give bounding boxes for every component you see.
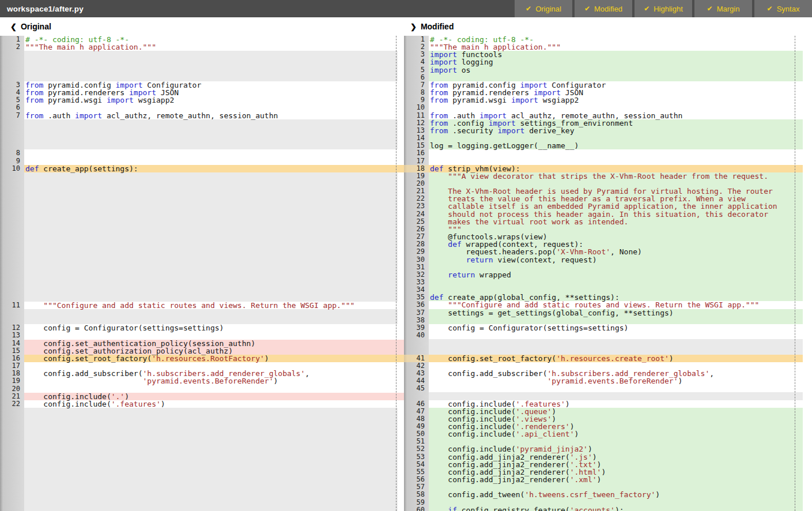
code-token: ) [574,430,579,438]
line-number: 47 [404,408,429,415]
code-line: settings = get_settings(global_config, *… [429,309,803,317]
code-line: config.add_tween('h.tweens.csrf_tween_fa… [429,491,803,498]
code-token [25,377,143,385]
code-token: wrapped [475,270,511,279]
code-token [430,506,448,511]
line-number: 38 [404,317,429,324]
check-icon: ✔ [584,5,590,13]
line-number: 7 [404,81,429,89]
gutter-gap [0,309,24,324]
code-token: ) [265,354,269,363]
line-number: 41 [404,355,429,362]
code-token: '.features' [111,400,161,408]
modified-pane-label: Modified [421,22,454,31]
line-number: 19 [404,172,429,180]
code-token: '.xml' [570,475,597,484]
code-line: log = logging.getLogger(__name__) [429,142,803,149]
modified-code-pane[interactable]: # -*- coding: utf-8 -*-"""The main h app… [429,36,803,511]
line-number: 2 [0,43,24,51]
code-token: .security [448,126,497,135]
gap-filler [24,309,398,324]
code-token: config.set_root_factory( [25,354,152,363]
code-token: .auth [43,111,75,120]
line-number: 4 [404,58,429,66]
code-token: from [430,126,448,135]
toolbar-button-highlight[interactable]: ✔Highlight [635,0,692,17]
chevron-left-icon: ❮ [10,22,17,31]
toolbar-button-modified[interactable]: ✔Modified [575,0,632,17]
code-line: 'pyramid.events.BeforeRender') [429,377,803,385]
line-number: 16 [404,149,429,157]
code-token: ) [161,400,165,408]
line-number: 4 [0,89,24,96]
code-token: ) [273,377,278,385]
line-number: 8 [404,89,429,96]
line-number: 17 [404,157,429,165]
code-line: return wrapped [429,271,803,279]
code-line: config.add_jinja2_renderer('.xml') [429,476,803,483]
code-token: , [305,369,309,378]
deleted-chunk-link [398,347,404,355]
margin-line-original [396,36,396,511]
changed-chunk-link [398,165,404,172]
toolbar-button-syntax[interactable]: ✔Syntax [754,0,812,17]
code-token [430,270,448,279]
code-token: pyramid.wsgi [448,96,511,104]
diff-linkmap [398,36,404,511]
code-token: import [511,96,538,104]
code-token: return [466,256,493,264]
line-number: 1 [0,36,24,43]
code-token: """Configure and add static routes and v… [43,301,354,310]
code-token: """The main h application.""" [25,43,156,51]
code-line: import os [429,66,803,74]
gap-filler [24,51,398,81]
code-token: config.add_jinja2_renderer( [430,475,570,484]
toolbar-button-label: Margin [717,5,740,13]
toolbar-button-label: Modified [594,5,622,13]
gutter-gap [404,339,429,354]
check-icon: ✔ [707,5,713,13]
line-number: 21 [0,393,24,400]
chevron-right-icon: ❯ [410,22,417,31]
toolbar-button-margin[interactable]: ✔Margin [694,0,752,17]
line-number: 30 [404,256,429,264]
window-title: workspace1/after.py [0,5,512,13]
code-token: return [448,270,475,279]
line-number: 29 [404,248,429,256]
code-token [430,172,448,181]
line-number: 6 [0,104,24,111]
toolbar-button-original[interactable]: ✔Original [515,0,572,17]
code-line: from pyramid.wsgi import wsgiapp2 [24,96,398,104]
code-line: from .auth import acl_authz, remote_auth… [24,112,398,119]
code-token: derive_key [524,126,574,135]
code-token: from [430,96,448,104]
code-token: 'h.resources.create_root' [556,354,669,363]
line-number: 19 [0,377,24,385]
line-number: 1 [404,36,429,43]
line-number: 59 [404,499,429,506]
code-token: , None) [610,247,642,256]
modified-line-number-gutter: 1234567891011121314151617181920212223242… [404,36,429,511]
line-number: 53 [404,453,429,461]
original-code-pane[interactable]: # -*- coding: utf-8 -*-"""The main h app… [24,36,398,511]
code-token: config.set_root_factory( [430,354,556,363]
original-pane-label: Original [21,22,51,31]
code-token: config = Configurator(settings=settings) [25,324,224,332]
original-pane-header: ❮ Original [10,22,51,31]
code-line [429,279,803,286]
code-line [429,149,803,157]
code-line: config = Configurator(settings=settings) [24,324,398,332]
code-token: wsgiapp2 [134,96,174,104]
line-number: 24 [404,211,429,218]
line-number: 14 [0,340,24,347]
line-number: 12 [404,119,429,127]
deleted-chunk-link [398,340,404,347]
line-number: 6 [404,74,429,81]
gutter-gap [0,408,24,511]
line-number: 60 [404,506,429,511]
line-number: 20 [0,385,24,393]
code-token: wsgiapp2 [538,96,579,104]
line-number: 10 [404,104,429,111]
check-icon: ✔ [767,5,773,13]
pane-headers: ❮ Original ❯ Modified [0,17,812,36]
